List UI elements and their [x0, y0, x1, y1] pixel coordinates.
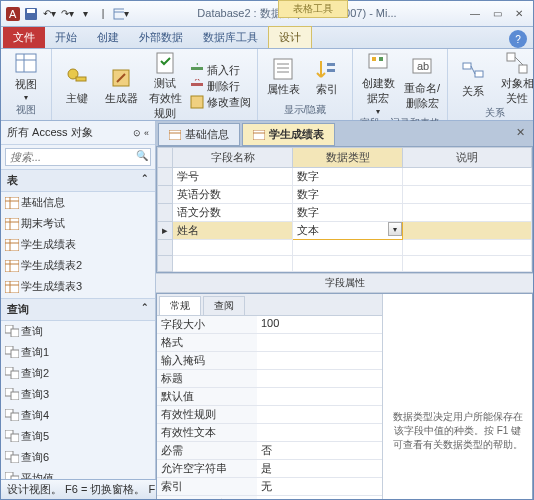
- object-deps-button[interactable]: 对象相关性: [498, 51, 534, 106]
- context-tab-label: 表格工具: [278, 0, 348, 18]
- row-selector[interactable]: [158, 186, 173, 204]
- minimize-icon[interactable]: —: [465, 6, 485, 22]
- save-icon[interactable]: [23, 6, 39, 22]
- svg-rect-18: [191, 96, 203, 108]
- svg-text:×: ×: [194, 79, 200, 84]
- row-selector[interactable]: ▸: [158, 222, 173, 240]
- help-icon[interactable]: ?: [509, 30, 527, 48]
- col-data-type[interactable]: 数据类型: [293, 148, 403, 168]
- property-row[interactable]: 有效性规则: [157, 406, 382, 424]
- search-input[interactable]: [5, 148, 151, 166]
- row-selector[interactable]: [158, 168, 173, 186]
- qat-view-icon[interactable]: ▾: [113, 6, 129, 22]
- nav-item-query[interactable]: 查询2: [1, 363, 155, 384]
- nav-item-query[interactable]: 查询4: [1, 405, 155, 426]
- tab-dbtools[interactable]: 数据库工具: [193, 27, 268, 48]
- collapse-icon[interactable]: ⌃: [141, 173, 149, 188]
- data-type-cell[interactable]: 数字: [293, 168, 403, 186]
- close-icon[interactable]: ✕: [509, 6, 529, 22]
- desc-cell[interactable]: [403, 168, 532, 186]
- nav-item-table[interactable]: 期末考试: [1, 213, 155, 234]
- desc-cell[interactable]: [403, 204, 532, 222]
- doc-tab-1[interactable]: 基础信息: [158, 123, 240, 146]
- create-macro-button[interactable]: 创建数据宏▾: [359, 51, 397, 116]
- doc-tab-2[interactable]: 学生成绩表: [242, 123, 335, 146]
- property-row[interactable]: Unicode 压缩是: [157, 496, 382, 500]
- field-name-cell[interactable]: 学号: [173, 168, 293, 186]
- delete-row-button[interactable]: ×删除行: [190, 79, 251, 94]
- desc-cell[interactable]: [403, 222, 532, 240]
- dropdown-icon[interactable]: ▾: [388, 222, 402, 236]
- property-row[interactable]: 格式: [157, 334, 382, 352]
- svg-rect-63: [11, 413, 19, 421]
- collapse-icon[interactable]: ⌃: [141, 302, 149, 317]
- view-button[interactable]: 视图▾: [7, 52, 45, 102]
- navigation-pane: 所有 Access 对象 ⊙ « 🔍 表⌃ 基础信息期末考试学生成绩表学生成绩表…: [1, 121, 156, 479]
- nav-item-query[interactable]: 查询: [1, 321, 155, 342]
- tab-design[interactable]: 设计: [268, 26, 312, 48]
- primary-key-button[interactable]: 主键: [58, 66, 96, 106]
- property-row[interactable]: 有效性文本: [157, 424, 382, 442]
- property-sheet-button[interactable]: 属性表: [264, 57, 302, 97]
- data-type-cell[interactable]: 数字: [293, 204, 403, 222]
- nav-header[interactable]: 所有 Access 对象 ⊙ «: [1, 121, 155, 145]
- desc-cell[interactable]: [403, 186, 532, 204]
- qat-more-icon[interactable]: ▾: [77, 6, 93, 22]
- ribbon: 视图▾ 视图 主键 生成器 测试 有效性规则 +插入行 ×删除行 修改查阅 工具…: [1, 49, 533, 121]
- tab-create[interactable]: 创建: [87, 27, 129, 48]
- nav-item-query[interactable]: 查询1: [1, 342, 155, 363]
- nav-section-tables[interactable]: 表⌃: [1, 169, 155, 192]
- restore-icon[interactable]: ▭: [487, 6, 507, 22]
- insert-row-button[interactable]: +插入行: [190, 63, 251, 78]
- tab-home[interactable]: 开始: [45, 27, 87, 48]
- svg-rect-26: [372, 57, 376, 61]
- data-type-cell[interactable]: 文本▾: [293, 222, 403, 240]
- test-rule-button[interactable]: 测试 有效性规则: [146, 51, 184, 121]
- property-row[interactable]: 允许空字符串是: [157, 460, 382, 478]
- property-row[interactable]: 输入掩码: [157, 352, 382, 370]
- nav-item-table[interactable]: 学生成绩表3: [1, 276, 155, 297]
- redo-icon[interactable]: ↷▾: [59, 6, 75, 22]
- prop-tab-lookup[interactable]: 查阅: [203, 296, 245, 315]
- nav-item-query[interactable]: 查询5: [1, 426, 155, 447]
- indexes-button[interactable]: 索引: [308, 57, 346, 97]
- prop-tab-general[interactable]: 常规: [159, 296, 201, 315]
- col-description[interactable]: 说明: [403, 148, 532, 168]
- builder-button[interactable]: 生成器: [102, 66, 140, 106]
- search-icon[interactable]: 🔍: [136, 150, 148, 161]
- data-type-cell[interactable]: 数字: [293, 186, 403, 204]
- field-name-cell[interactable]: 姓名: [173, 222, 293, 240]
- property-row[interactable]: 默认值: [157, 388, 382, 406]
- svg-rect-55: [11, 329, 19, 337]
- modify-lookup-button[interactable]: 修改查阅: [190, 95, 251, 110]
- nav-dropdown-icon[interactable]: ⊙ «: [133, 128, 149, 138]
- nav-item-table[interactable]: 基础信息: [1, 192, 155, 213]
- svg-rect-4: [114, 9, 124, 19]
- property-row[interactable]: 必需否: [157, 442, 382, 460]
- svg-rect-10: [76, 77, 86, 81]
- undo-icon[interactable]: ↶▾: [41, 6, 57, 22]
- field-name-cell[interactable]: 语文分数: [173, 204, 293, 222]
- svg-rect-39: [5, 218, 19, 230]
- nav-item-query[interactable]: 查询6: [1, 447, 155, 468]
- document-tabs: 基础信息 学生成绩表 ✕: [156, 121, 533, 146]
- nav-item-table[interactable]: 学生成绩表4: [1, 297, 155, 298]
- nav-item-table[interactable]: 学生成绩表: [1, 234, 155, 255]
- property-row[interactable]: 字段大小100: [157, 316, 382, 334]
- tab-external[interactable]: 外部数据: [129, 27, 193, 48]
- col-field-name[interactable]: 字段名称: [173, 148, 293, 168]
- nav-item-query[interactable]: 平均值: [1, 468, 155, 479]
- property-row[interactable]: 索引无: [157, 478, 382, 496]
- row-selector[interactable]: [158, 204, 173, 222]
- doc-close-icon[interactable]: ✕: [508, 123, 533, 146]
- nav-item-query[interactable]: 查询3: [1, 384, 155, 405]
- field-name-cell[interactable]: 英语分数: [173, 186, 293, 204]
- nav-section-queries[interactable]: 查询⌃: [1, 298, 155, 321]
- rename-macro-button[interactable]: ab重命名/ 删除宏: [403, 56, 441, 111]
- property-row[interactable]: 标题: [157, 370, 382, 388]
- relationships-button[interactable]: 关系: [454, 59, 492, 99]
- svg-line-32: [471, 66, 475, 74]
- row-header-corner[interactable]: [158, 148, 173, 168]
- tab-file[interactable]: 文件: [3, 27, 45, 48]
- nav-item-table[interactable]: 学生成绩表2: [1, 255, 155, 276]
